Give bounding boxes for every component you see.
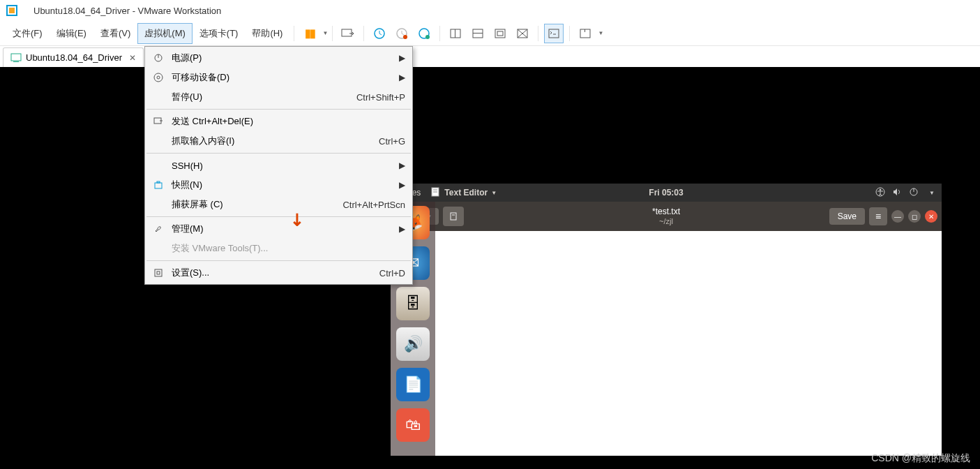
menu-separator <box>146 216 411 217</box>
menu-help[interactable]: 帮助(H) <box>245 23 289 44</box>
send-icon <box>151 117 166 126</box>
menu-send-cad[interactable]: 发送 Ctrl+Alt+Del(E) <box>146 112 411 131</box>
svg-rect-36 <box>451 213 456 220</box>
separator <box>569 26 570 41</box>
tab-close-icon[interactable]: ✕ <box>129 53 136 63</box>
window-minimize-button[interactable]: — <box>891 210 904 223</box>
svg-rect-1 <box>9 8 15 13</box>
svg-rect-28 <box>157 271 160 274</box>
snapshot-take-button[interactable] <box>370 24 389 43</box>
menu-grab-input[interactable]: 抓取输入内容(I) Ctrl+G <box>146 131 411 151</box>
svg-rect-27 <box>155 269 162 276</box>
vm-tab[interactable]: Ubuntu18.04_64_Driver ✕ <box>3 47 144 67</box>
volume-icon[interactable] <box>892 187 902 199</box>
power-icon <box>151 53 166 63</box>
svg-rect-2 <box>342 29 352 36</box>
menu-view[interactable]: 查看(V) <box>93 23 137 44</box>
tray-arrow-icon[interactable]: ▼ <box>929 190 935 196</box>
fullscreen-button[interactable] <box>513 24 532 43</box>
separator <box>363 26 364 41</box>
svg-point-33 <box>880 188 882 191</box>
pause-button[interactable]: ▮▮ <box>300 24 319 43</box>
console-button[interactable] <box>544 24 564 43</box>
menu-vm[interactable]: 虚拟机(M) <box>137 23 193 44</box>
snapshot-icon <box>151 180 166 190</box>
snapshot-revert-button[interactable] <box>392 24 412 43</box>
gedit-header-bar: Open▼ *test.txt ~/zjl Save ≡ — ◻ ✕ <box>391 202 942 231</box>
svg-rect-26 <box>157 181 160 183</box>
menu-capture-screen[interactable]: 捕获屏幕 (C) Ctrl+Alt+PrtScn <box>146 195 411 214</box>
svg-rect-13 <box>497 31 503 36</box>
stretch-dropdown-icon[interactable]: ▼ <box>598 30 603 36</box>
rhythmbox-icon[interactable]: 🔊 <box>396 327 430 361</box>
title-bar: Ubuntu18.04_64_Driver - VMware Workstati… <box>0 0 980 21</box>
app-name-label[interactable]: Text Editor <box>444 188 488 198</box>
wrench-icon <box>151 224 166 234</box>
ubuntu-software-icon[interactable]: 🛍 <box>396 408 430 442</box>
text-editor-icon <box>430 187 440 199</box>
menu-power[interactable]: 电源(P) ▶ <box>146 48 411 68</box>
disc-icon <box>151 73 166 82</box>
document-title: *test.txt ~/zjl <box>652 207 680 227</box>
stretch-button[interactable] <box>575 24 595 43</box>
ubuntu-desktop: tivities Text Editor ▼ Fri 05:03 ▼ Open▼… <box>391 184 942 456</box>
fit-window-button[interactable] <box>468 24 488 43</box>
svg-rect-18 <box>11 54 21 61</box>
submenu-arrow-icon: ▶ <box>399 53 405 63</box>
menu-ssh[interactable]: SSH(H) ▶ <box>146 156 411 175</box>
submenu-arrow-icon: ▶ <box>399 73 405 82</box>
svg-rect-9 <box>455 29 455 38</box>
menu-pause[interactable]: 暂停(U) Ctrl+Shift+P <box>146 87 411 107</box>
libreoffice-writer-icon[interactable]: 📄 <box>396 368 430 401</box>
clock-label[interactable]: Fri 05:03 <box>649 188 683 198</box>
settings-icon <box>151 268 166 278</box>
menu-separator <box>146 109 411 110</box>
submenu-arrow-icon: ▶ <box>399 224 405 234</box>
svg-point-22 <box>154 73 163 82</box>
a11y-icon[interactable] <box>875 187 885 199</box>
pause-dropdown-icon[interactable]: ▼ <box>322 30 328 36</box>
menu-removable-devices[interactable]: 可移动设备(D) ▶ <box>146 68 411 87</box>
files-icon[interactable]: 🗄 <box>396 287 430 320</box>
separator <box>439 26 440 41</box>
vm-menu-dropdown: 电源(P) ▶ 可移动设备(D) ▶ 暂停(U) Ctrl+Shift+P 发送… <box>144 46 413 285</box>
menu-tabs[interactable]: 选项卡(T) <box>193 23 246 44</box>
separator <box>538 26 538 41</box>
menu-install-vmware-tools: 安装 VMware Tools(T)... <box>146 239 411 258</box>
submenu-arrow-icon: ▶ <box>399 161 405 170</box>
vmware-logo-icon <box>6 4 18 17</box>
send-cad-button[interactable] <box>338 24 358 43</box>
svg-rect-15 <box>549 29 559 38</box>
svg-point-7 <box>425 35 430 39</box>
save-button[interactable]: Save <box>829 208 865 225</box>
menu-bar: 文件(F) 编辑(E) 查看(V) 虚拟机(M) 选项卡(T) 帮助(H) ▮▮… <box>0 21 980 46</box>
window-maximize-button[interactable]: ◻ <box>908 210 921 223</box>
gnome-top-bar[interactable]: tivities Text Editor ▼ Fri 05:03 ▼ <box>391 184 942 202</box>
hamburger-menu-button[interactable]: ≡ <box>869 207 887 225</box>
svg-rect-11 <box>473 33 483 34</box>
menu-separator <box>146 260 411 261</box>
snapshot-manage-button[interactable] <box>414 24 434 43</box>
svg-rect-25 <box>155 183 162 188</box>
app-menu-arrow-icon[interactable]: ▼ <box>491 190 497 196</box>
system-tray[interactable]: ▼ <box>875 187 935 199</box>
new-document-button[interactable] <box>443 207 464 226</box>
power-icon[interactable] <box>909 187 919 199</box>
submenu-arrow-icon: ▶ <box>399 180 405 190</box>
menu-snapshot[interactable]: 快照(N) ▶ <box>146 175 411 195</box>
menu-separator <box>146 153 411 154</box>
vm-tab-label: Ubuntu18.04_64_Driver <box>26 52 122 63</box>
separator <box>294 26 294 41</box>
watermark-text: CSDN @精致的螺旋线 <box>871 452 970 465</box>
menu-settings[interactable]: 设置(S)... Ctrl+D <box>146 263 411 283</box>
menu-edit[interactable]: 编辑(E) <box>50 23 93 44</box>
svg-rect-12 <box>495 29 505 38</box>
text-editor-area[interactable] <box>391 231 942 456</box>
separator <box>332 26 333 41</box>
window-close-button[interactable]: ✕ <box>925 210 937 223</box>
unity-button[interactable] <box>490 24 510 43</box>
svg-rect-19 <box>13 61 19 62</box>
menu-manage[interactable]: 管理(M) ▶ <box>146 219 411 239</box>
fit-guest-button[interactable] <box>446 24 465 43</box>
menu-file[interactable]: 文件(F) <box>6 23 50 44</box>
